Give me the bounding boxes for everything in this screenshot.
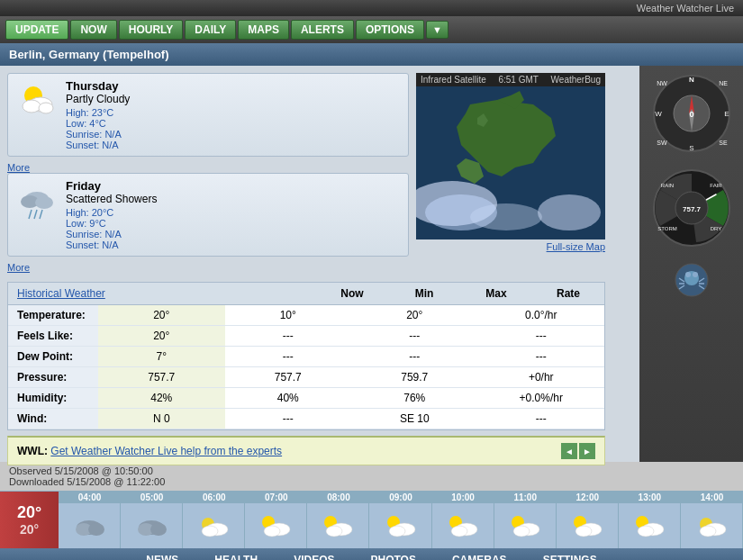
timeline-hour-label: 08:00 xyxy=(307,492,369,502)
more-link-thursday[interactable]: More xyxy=(7,162,409,173)
row-rate: +0.0%/hr xyxy=(478,388,605,409)
timeline-icon-cell[interactable] xyxy=(681,503,743,548)
sat-header-left: Infrared Satellite xyxy=(421,75,486,85)
wwl-text: WWL: Get Weather Watcher Live help from … xyxy=(17,445,282,457)
timeline-icon-cell[interactable] xyxy=(432,503,494,548)
bottom-nav-videos[interactable]: VIDEOS xyxy=(276,548,352,560)
nav-options[interactable]: OPTIONS xyxy=(356,20,424,40)
sat-header: Infrared Satellite 6:51 GMT WeatherBug xyxy=(416,73,605,86)
nav-update[interactable]: UPDATE xyxy=(5,20,68,40)
more-link-friday[interactable]: More xyxy=(7,262,409,273)
forecast-card-friday: Friday Scattered Showers High: 20°C Low:… xyxy=(7,173,409,257)
nav-alerts[interactable]: ALERTS xyxy=(291,20,354,40)
bottom-nav-photos[interactable]: PHOTOS xyxy=(352,548,433,560)
wwl-link[interactable]: Get Weather Watcher Live help from the e… xyxy=(50,445,282,457)
svg-text:SW: SW xyxy=(657,140,667,146)
historical-weather-link[interactable]: Historical Weather xyxy=(8,283,316,304)
timeline-hour-label: 10:00 xyxy=(432,492,494,502)
timeline-scroll: 04:0005:0006:0007:0008:0009:0010:0011:00… xyxy=(59,492,743,548)
row-label: Pressure: xyxy=(8,367,98,388)
row-rate: 0.0°/hr xyxy=(478,305,605,326)
row-rate: +0/hr xyxy=(478,367,605,388)
svg-point-62 xyxy=(326,526,342,537)
row-now: 20° xyxy=(98,305,225,326)
svg-point-71 xyxy=(513,526,530,537)
svg-text:N: N xyxy=(689,76,694,84)
forecast-icon-thursday xyxy=(15,79,59,125)
svg-text:FAIR: FAIR xyxy=(710,183,722,188)
svg-point-65 xyxy=(389,526,405,537)
sat-header-right: WeatherBug xyxy=(551,75,601,85)
table-row: Wind: N 0 --- SE 10 --- xyxy=(8,409,604,429)
svg-text:S: S xyxy=(689,144,693,152)
timeline-icon-cell[interactable] xyxy=(183,503,245,548)
downloaded-status: Downloaded 5/15/2008 @ 11:22:00 xyxy=(9,476,734,487)
svg-line-8 xyxy=(34,210,37,219)
baro-value: 757.7 xyxy=(682,205,701,213)
low-thursday: Low: 4°C xyxy=(66,118,401,129)
wwl-label: WWL: xyxy=(17,445,48,457)
timeline-icon-cell[interactable] xyxy=(245,503,307,548)
nav-bar: UPDATE NOW HOURLY DAILY MAPS ALERTS OPTI… xyxy=(0,16,743,43)
sunrise-thursday: Sunrise: N/A xyxy=(66,129,401,140)
forecast-card-thursday: Thursday Partly Cloudy High: 23°C Low: 4… xyxy=(7,73,409,157)
row-min: --- xyxy=(225,326,352,347)
svg-text:SE: SE xyxy=(719,140,728,146)
svg-point-2 xyxy=(23,100,41,113)
timeline-hour-label: 12:00 xyxy=(557,492,619,502)
row-now: 757.7 xyxy=(98,367,225,388)
status-bar: Observed 5/15/2008 @ 10:50:00 Downloaded… xyxy=(0,462,743,491)
timeline-icon-cell[interactable] xyxy=(121,503,183,548)
day-name-friday: Friday xyxy=(66,179,401,193)
svg-point-41 xyxy=(693,272,698,277)
sunrise-friday: Sunrise: N/A xyxy=(66,229,401,239)
row-max: SE 10 xyxy=(351,409,478,429)
sat-header-time: 6:51 GMT xyxy=(498,75,538,85)
condition-thursday: Partly Cloudy xyxy=(66,93,401,105)
bottom-nav-cameras[interactable]: CAMERAS xyxy=(434,548,525,560)
forecast-icon-friday xyxy=(15,179,59,225)
low-friday: Low: 9°C xyxy=(66,218,401,229)
forecast-text-thursday: Thursday Partly Cloudy High: 23°C Low: 4… xyxy=(66,79,401,150)
row-label: Wind: xyxy=(8,409,98,429)
nav-dropdown[interactable]: ▼ xyxy=(426,21,449,39)
temp-low: 20° xyxy=(20,522,39,537)
timeline-icons xyxy=(59,503,743,548)
nav-hourly[interactable]: HOURLY xyxy=(119,20,184,40)
bottom-nav-settings[interactable]: SETTINGS xyxy=(525,548,615,560)
wwl-next-button[interactable]: ► xyxy=(579,443,595,459)
high-thursday: High: 23°C xyxy=(66,107,401,118)
row-min: --- xyxy=(225,347,352,367)
timeline-hour-label: 07:00 xyxy=(245,492,307,502)
row-max: --- xyxy=(351,347,478,367)
timeline-icon-cell[interactable] xyxy=(369,503,431,548)
svg-line-9 xyxy=(40,210,42,219)
bottom-nav-health[interactable]: HEALTH xyxy=(196,548,276,560)
timeline-hour-label: 13:00 xyxy=(619,492,681,502)
row-max: --- xyxy=(351,326,478,347)
observed-status: Observed 5/15/2008 @ 10:50:00 xyxy=(9,465,734,476)
row-now: 20° xyxy=(98,326,225,347)
timeline-icon-cell[interactable] xyxy=(619,503,681,548)
wwl-prev-button[interactable]: ◄ xyxy=(561,443,577,459)
weather-table-header: Historical Weather Now Min Max Rate xyxy=(8,283,604,305)
timeline-icon-cell[interactable] xyxy=(557,503,619,548)
timeline-icon-cell[interactable] xyxy=(307,503,369,548)
svg-point-68 xyxy=(451,526,467,537)
nav-maps[interactable]: MAPS xyxy=(238,20,289,40)
row-min: --- xyxy=(225,409,352,429)
timeline-icon-cell[interactable] xyxy=(59,503,121,548)
col-header-now: Now xyxy=(316,283,388,304)
timeline-hour-label: 14:00 xyxy=(681,492,743,502)
table-row: Humidity: 42% 40% 76% +0.0%/hr xyxy=(8,388,604,409)
timeline-icon-cell[interactable] xyxy=(494,503,557,548)
svg-text:E: E xyxy=(724,110,729,118)
nav-daily[interactable]: DAILY xyxy=(185,20,236,40)
bottom-nav-news[interactable]: NEWS xyxy=(128,548,196,560)
title-bar: Weather Watcher Live xyxy=(0,0,743,16)
full-size-map-link[interactable]: Full-size Map xyxy=(416,241,605,252)
nav-now[interactable]: NOW xyxy=(70,20,116,40)
row-now: 42% xyxy=(98,388,225,409)
row-now: N 0 xyxy=(98,409,225,429)
bug-icon[interactable] xyxy=(674,262,710,301)
